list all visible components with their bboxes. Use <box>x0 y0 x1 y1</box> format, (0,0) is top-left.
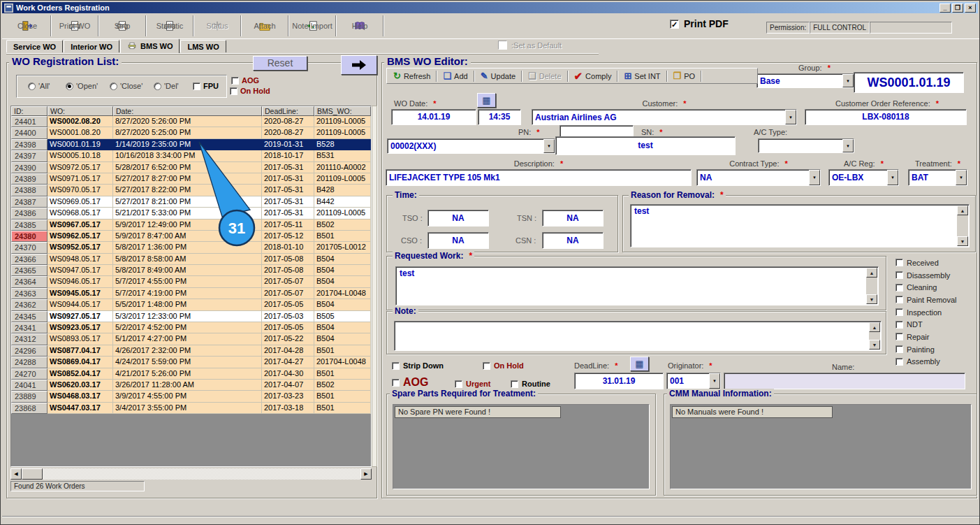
csn-field[interactable]: NA <box>542 232 604 249</box>
table-row[interactable]: 24345WS0927.05.175/3/2017 12:33:00 PM201… <box>11 311 371 322</box>
ac-type-select[interactable]: ▼ <box>758 138 854 153</box>
strip-button[interactable]: Strip <box>100 13 145 38</box>
close-button[interactable]: Close <box>5 13 50 38</box>
table-row[interactable]: 24362WS0944.05.175/5/2017 1:48:00 PM2017… <box>11 299 371 310</box>
table-row[interactable]: 24386WS0968.05.175/21/2017 5:33:00 PM201… <box>11 208 371 219</box>
table-row[interactable]: 24380WS0962.05.175/9/2017 8:47:00 AM2017… <box>11 231 371 242</box>
scroll-down-icon[interactable]: ▼ <box>866 294 877 304</box>
sn-field[interactable]: test <box>555 136 736 155</box>
table-row[interactable]: 24370WS0952.05.175/8/2017 1:36:00 PM2018… <box>11 242 371 253</box>
vertical-scrollbar[interactable] <box>372 106 377 467</box>
checkbox-box[interactable] <box>895 333 903 340</box>
refresh-button[interactable]: ↻Refresh <box>389 71 434 81</box>
checkbox-paint-removal[interactable]: Paint Removal <box>895 294 977 306</box>
tsn-field[interactable]: NA <box>542 210 604 226</box>
tso-field[interactable]: NA <box>427 210 489 226</box>
column-header-bms-wo[interactable]: BMS_WO: <box>314 106 371 116</box>
statistic-button[interactable]: Statistic <box>147 13 192 38</box>
set-int-button[interactable]: ⊞Set INT <box>620 71 664 81</box>
radio-del[interactable]: 'Del' <box>154 82 179 90</box>
table-row[interactable]: 24366WS0948.05.175/8/2017 8:58:00 AM2017… <box>11 254 371 265</box>
description-field[interactable]: LIFEJACKET TYPE 105 Mk1 <box>386 169 692 186</box>
chevron-down-icon[interactable]: ▼ <box>842 139 854 152</box>
chevron-down-icon[interactable]: ▼ <box>956 170 967 185</box>
pn-select[interactable]: 00002(XXX) ▼ <box>387 138 555 154</box>
checkbox-box[interactable] <box>231 77 239 85</box>
checkbox-routine[interactable]: Routine <box>511 380 550 388</box>
contract-type-select[interactable]: NA ▼ <box>696 169 821 186</box>
checkbox-painting[interactable]: Painting <box>895 343 977 356</box>
checkbox-box[interactable] <box>511 380 518 388</box>
deadline-field[interactable]: 31.01.19 <box>574 373 664 389</box>
attach-button[interactable]: Attach <box>242 13 287 38</box>
print-pdf-checkbox[interactable]: ✓ Print PDF <box>670 18 729 29</box>
radio-open[interactable]: 'Open' <box>66 82 98 90</box>
name-field[interactable] <box>724 373 965 389</box>
wo-date-field[interactable]: 14.01.19 <box>391 109 476 125</box>
chevron-down-icon[interactable]: ▼ <box>887 170 898 185</box>
minimize-icon[interactable]: _ <box>939 3 951 13</box>
scroll-down-icon[interactable]: ▼ <box>957 236 968 246</box>
table-row[interactable]: 24041WS0620.03.173/26/2017 11:28:00 AM20… <box>11 380 371 391</box>
checkbox-on-hold-filter[interactable]: On Hold <box>230 87 270 95</box>
add-button[interactable]: ❏Add <box>439 71 471 81</box>
checkbox-assembly[interactable]: Assembly <box>895 356 977 368</box>
checkbox-box[interactable] <box>895 259 903 266</box>
radio-all[interactable]: 'All' <box>28 82 50 90</box>
table-row[interactable]: 24312WS0893.05.175/1/2017 4:27:00 PM2017… <box>11 333 371 345</box>
table-row[interactable]: 24400WS0001.08.208/27/2020 5:25:00 PM202… <box>11 127 371 138</box>
chevron-down-icon[interactable]: ▼ <box>785 110 796 124</box>
table-row[interactable]: 24270WS0852.04.174/21/2017 5:26:00 PM201… <box>11 368 371 380</box>
update-button[interactable]: ✎Update <box>476 71 520 81</box>
close-icon[interactable]: × <box>965 3 976 13</box>
checkbox-repair[interactable]: Repair <box>895 331 977 343</box>
tab-service-wo[interactable]: Service WO <box>6 40 63 52</box>
table-row[interactable]: 24341WS0923.05.175/2/2017 4:52:00 PM2017… <box>11 322 371 333</box>
checkbox-box[interactable] <box>895 271 903 279</box>
checkbox-box[interactable] <box>392 379 400 387</box>
table-row[interactable]: 24388WS0970.05.175/27/2017 8:22:00 PM201… <box>11 185 371 196</box>
table-row[interactable]: 24390WS0972.05.175/28/2017 6:52:00 PM201… <box>11 162 371 173</box>
chevron-down-icon[interactable]: ▼ <box>709 373 720 389</box>
scrollbar-thumb[interactable] <box>22 468 43 480</box>
radio-icon[interactable] <box>28 82 36 90</box>
scroll-up-icon[interactable]: ▲ <box>869 322 880 332</box>
table-row[interactable]: 24288WS0869.04.174/24/2017 5:59:00 PM201… <box>11 357 371 368</box>
table-row[interactable]: 24387WS0969.05.175/27/2017 8:21:00 PM201… <box>11 196 371 208</box>
checkbox-disassembly[interactable]: Disassembly <box>895 269 977 282</box>
requested-work-textarea[interactable]: test ▲▼ <box>395 266 879 305</box>
vertical-scrollbar[interactable]: ▲▼ <box>866 268 877 304</box>
checkbox-received[interactable]: Received <box>895 257 977 269</box>
column-header-id[interactable]: ID: <box>11 106 47 116</box>
table-row[interactable]: 23868WS0447.03.173/4/2017 3:55:00 PM2017… <box>11 403 371 414</box>
wo-time-field[interactable]: 14:35 <box>478 109 521 125</box>
table-row[interactable]: 23889WS0468.03.173/9/2017 4:55:00 PM2017… <box>11 391 371 402</box>
checkbox-fpu[interactable]: FPU <box>193 82 219 90</box>
column-header-wo[interactable]: WO: <box>47 106 113 116</box>
vertical-scrollbar[interactable]: ▲▼ <box>869 322 880 350</box>
originator-select[interactable]: 001 ▼ <box>666 373 721 389</box>
group-select[interactable]: Base ▼ <box>756 73 854 88</box>
table-row[interactable]: 24385WS0967.05.175/9/2017 12:49:00 PM201… <box>11 220 371 231</box>
customer-select[interactable]: Austrian Airlines AG ▼ <box>532 109 797 125</box>
checkbox-cleaning[interactable]: Cleaning <box>895 281 977 294</box>
checkbox-box[interactable] <box>193 82 200 90</box>
checkbox-box[interactable] <box>895 345 903 353</box>
checkbox-on-hold[interactable]: On Hold <box>483 361 524 370</box>
chevron-down-icon[interactable]: ▼ <box>543 139 555 153</box>
checkbox-box[interactable] <box>392 362 400 370</box>
print-wo-button[interactable]: Print WO <box>52 13 97 38</box>
checkbox-box[interactable] <box>895 358 903 366</box>
checkbox-strip-down[interactable]: Strip Down <box>392 361 444 370</box>
column-header-deadline[interactable]: DeadLine: <box>262 106 314 116</box>
note-textarea[interactable]: ▲▼ <box>394 321 882 351</box>
table-row[interactable]: 24364WS0946.05.175/7/2017 4:55:00 PM2017… <box>11 276 371 287</box>
help-button[interactable]: Help <box>337 13 382 38</box>
radio-icon[interactable] <box>110 82 117 90</box>
checkbox-aog-filter[interactable]: AOG <box>231 76 259 85</box>
chevron-down-icon[interactable]: ▼ <box>809 170 820 185</box>
table-row[interactable]: 24401WS0002.08.208/27/2020 5:26:00 PM202… <box>11 116 371 127</box>
tab-lms-wo[interactable]: LMS WO <box>180 40 226 52</box>
table-row[interactable]: 24365WS0947.05.175/8/2017 8:49:00 AM2017… <box>11 265 371 276</box>
table-row[interactable]: 24389WS0971.05.175/27/2017 8:27:00 PM201… <box>11 173 371 185</box>
